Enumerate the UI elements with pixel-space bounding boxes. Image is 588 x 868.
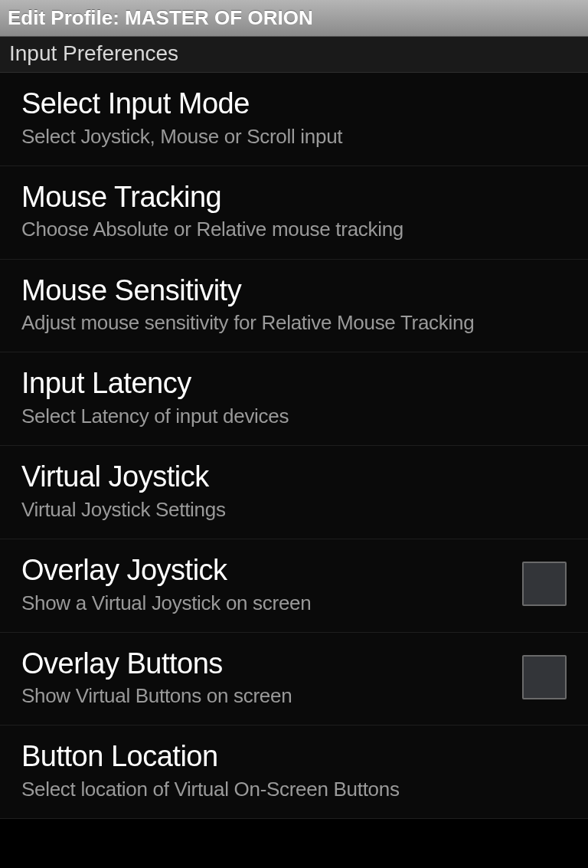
pref-text: Input Latency Select Latency of input de… [21, 366, 567, 428]
pref-virtual-joystick[interactable]: Virtual Joystick Virtual Joystick Settin… [0, 446, 588, 539]
pref-desc: Choose Absolute or Relative mouse tracki… [21, 218, 567, 241]
pref-title: Virtual Joystick [21, 460, 567, 495]
pref-text: Mouse Sensitivity Adjust mouse sensitivi… [21, 274, 567, 336]
title-bar: Edit Profile: MASTER OF ORION [0, 0, 588, 37]
pref-desc: Show a Virtual Joystick on screen [21, 591, 507, 615]
pref-title: Input Latency [21, 366, 567, 401]
pref-title: Mouse Sensitivity [21, 274, 567, 309]
pref-desc: Select Joystick, Mouse or Scroll input [21, 125, 567, 149]
pref-select-input-mode[interactable]: Select Input Mode Select Joystick, Mouse… [0, 73, 588, 166]
pref-mouse-sensitivity[interactable]: Mouse Sensitivity Adjust mouse sensitivi… [0, 260, 588, 353]
section-header: Input Preferences [0, 37, 588, 73]
pref-input-latency[interactable]: Input Latency Select Latency of input de… [0, 352, 588, 446]
overlay-joystick-checkbox[interactable] [522, 562, 567, 606]
pref-title: Select Input Mode [21, 87, 567, 122]
pref-desc: Show Virtual Buttons on screen [21, 684, 507, 708]
pref-text: Button Location Select location of Virtu… [21, 739, 567, 801]
pref-mouse-tracking[interactable]: Mouse Tracking Choose Absolute or Relati… [0, 166, 588, 260]
pref-text: Overlay Buttons Show Virtual Buttons on … [21, 647, 507, 709]
pref-title: Mouse Tracking [21, 180, 567, 215]
pref-text: Select Input Mode Select Joystick, Mouse… [21, 87, 567, 149]
pref-title: Overlay Buttons [21, 647, 507, 682]
pref-desc: Virtual Joystick Settings [21, 498, 567, 522]
pref-desc: Select location of Virtual On-Screen But… [21, 778, 567, 801]
pref-title: Button Location [21, 739, 567, 775]
page-title: Edit Profile: MASTER OF ORION [8, 6, 313, 30]
pref-title: Overlay Joystick [21, 553, 507, 588]
pref-button-location[interactable]: Button Location Select location of Virtu… [0, 726, 588, 819]
pref-desc: Adjust mouse sensitivity for Relative Mo… [21, 311, 567, 335]
pref-desc: Select Latency of input devices [21, 405, 567, 428]
pref-text: Mouse Tracking Choose Absolute or Relati… [21, 180, 567, 242]
pref-text: Virtual Joystick Virtual Joystick Settin… [21, 460, 567, 522]
pref-overlay-buttons[interactable]: Overlay Buttons Show Virtual Buttons on … [0, 633, 588, 726]
overlay-buttons-checkbox[interactable] [522, 655, 567, 699]
pref-text: Overlay Joystick Show a Virtual Joystick… [21, 553, 507, 615]
preference-list: Select Input Mode Select Joystick, Mouse… [0, 73, 588, 819]
section-header-label: Input Preferences [9, 41, 579, 66]
pref-overlay-joystick[interactable]: Overlay Joystick Show a Virtual Joystick… [0, 539, 588, 633]
